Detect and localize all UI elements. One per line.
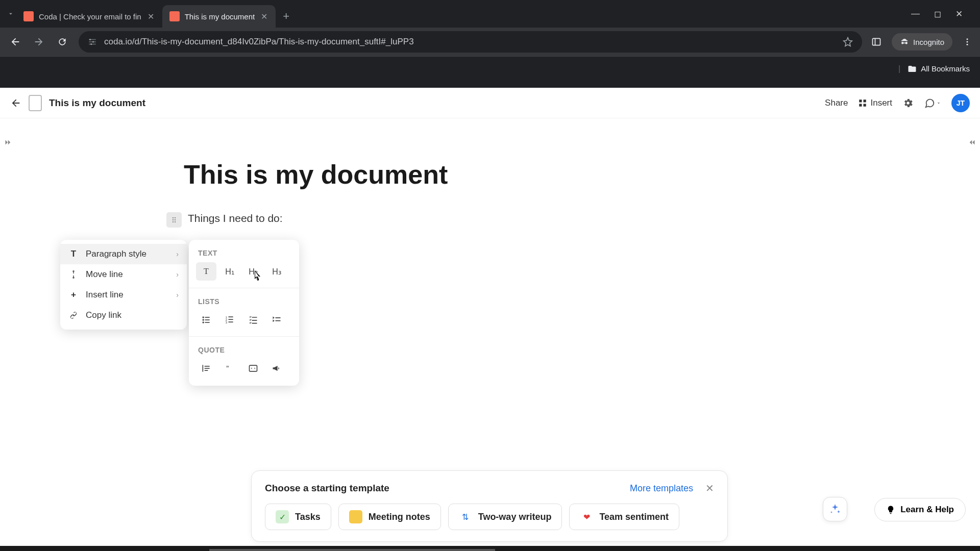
avatar[interactable]: JT: [951, 94, 970, 112]
page-title[interactable]: This is my document: [184, 159, 980, 190]
code-block-button[interactable]: [243, 359, 263, 378]
site-settings-icon[interactable]: [88, 37, 97, 46]
learn-help-button[interactable]: Learn & Help: [874, 498, 966, 521]
new-tab-button[interactable]: +: [276, 10, 297, 23]
comments-button[interactable]: [924, 97, 941, 109]
svg-rect-35: [250, 365, 257, 371]
check-list-button[interactable]: [243, 311, 263, 329]
section-text-label: TEXT: [189, 246, 299, 262]
toggle-list-button[interactable]: [266, 311, 287, 329]
url-bar[interactable]: coda.io/d/This-is-my-document_d84Iv0ZibP…: [79, 31, 862, 53]
reload-button[interactable]: [55, 35, 69, 49]
more-templates-link[interactable]: More templates: [630, 483, 693, 494]
template-option-icon: ✓: [276, 510, 289, 523]
template-option-icon: [349, 510, 362, 523]
move-icon: [68, 270, 79, 279]
style-h2-button[interactable]: H₂: [243, 262, 263, 281]
callout-button[interactable]: [266, 359, 287, 378]
menu-label: Move line: [86, 269, 169, 280]
all-bookmarks-button[interactable]: All Bookmarks: [908, 64, 970, 73]
insert-button[interactable]: Insert: [858, 98, 892, 108]
svg-rect-29: [229, 321, 233, 322]
url-text: coda.io/d/This-is-my-document_d84Iv0ZibP…: [104, 37, 836, 47]
forward-button[interactable]: [32, 35, 46, 49]
share-button[interactable]: Share: [825, 98, 848, 108]
template-option-label: Two-way writeup: [478, 512, 552, 522]
svg-point-12: [173, 217, 174, 218]
panel-icon[interactable]: [871, 37, 881, 47]
svg-rect-3: [873, 38, 880, 45]
doc-title[interactable]: This is my document: [49, 97, 145, 109]
template-option-3[interactable]: ❤Team sentiment: [569, 504, 679, 530]
svg-text:”: ”: [226, 364, 229, 372]
svg-point-1: [92, 41, 94, 43]
doc-icon[interactable]: [29, 95, 42, 111]
template-option-0[interactable]: ✓Tasks: [265, 504, 331, 530]
svg-point-0: [89, 39, 91, 40]
back-button[interactable]: [8, 35, 22, 49]
link-icon: [68, 311, 79, 319]
tab-2[interactable]: This is my document ✕: [162, 5, 276, 28]
menu-paragraph-style[interactable]: T Paragraph style ›: [60, 244, 187, 264]
star-icon[interactable]: [843, 37, 853, 47]
chevron-right-icon: ›: [176, 270, 179, 279]
template-option-label: Team sentiment: [599, 512, 669, 522]
content-line-1[interactable]: Things I need to do:: [188, 212, 980, 224]
all-bookmarks-label: All Bookmarks: [921, 64, 970, 73]
sparkle-icon: [829, 503, 841, 515]
window-controls: — ◻ ✕: [911, 9, 975, 19]
close-window-icon[interactable]: ✕: [955, 9, 963, 19]
pull-quote-button[interactable]: ”: [219, 359, 240, 378]
gear-icon: [902, 97, 914, 109]
style-h3-button[interactable]: H₃: [266, 262, 287, 281]
plus-icon: +: [68, 290, 79, 300]
chevron-down-icon: [936, 101, 941, 106]
svg-rect-32: [205, 368, 210, 369]
app-back-button[interactable]: [10, 97, 21, 109]
svg-point-20: [203, 319, 204, 320]
grid-icon: [858, 98, 867, 108]
tab-1[interactable]: Coda | Check your email to fin ✕: [16, 5, 162, 28]
svg-rect-19: [205, 317, 210, 318]
template-card-title: Choose a starting template: [265, 483, 389, 494]
menu-copy-link[interactable]: Copy link: [60, 305, 187, 325]
template-close-icon[interactable]: ✕: [705, 482, 714, 494]
template-chooser-card: Choose a starting template More template…: [251, 470, 728, 542]
svg-point-22: [203, 321, 204, 323]
tabs-dropdown[interactable]: [5, 10, 16, 17]
pull-quote-icon: ”: [225, 363, 235, 373]
svg-rect-11: [864, 104, 866, 106]
chevron-right-icon: ›: [176, 291, 179, 299]
minimize-icon[interactable]: —: [911, 9, 920, 19]
tab-1-close-icon[interactable]: ✕: [146, 11, 155, 22]
nav-right: Incognito: [871, 33, 972, 51]
block-quote-button[interactable]: [196, 359, 216, 378]
svg-rect-21: [205, 319, 210, 320]
ai-button[interactable]: [823, 497, 847, 521]
menu-move-line[interactable]: Move line ›: [60, 264, 187, 285]
incognito-chip[interactable]: Incognito: [892, 33, 952, 51]
section-quote-label: QUOTE: [189, 343, 299, 359]
paragraph-style-submenu: TEXT T H₁ H₂ H₃ LISTS 123 QUOTE ”: [189, 240, 299, 386]
menu-insert-line[interactable]: + Insert line ›: [60, 285, 187, 305]
svg-point-2: [90, 43, 92, 45]
kebab-menu-icon[interactable]: [963, 37, 972, 46]
numbered-list-button[interactable]: 123: [219, 311, 240, 329]
svg-rect-23: [205, 322, 210, 323]
settings-button[interactable]: [902, 97, 914, 109]
insert-label: Insert: [870, 98, 892, 108]
context-menu: T Paragraph style › Move line › + Insert…: [60, 240, 187, 330]
svg-point-7: [967, 44, 968, 45]
style-h1-button[interactable]: H₁: [219, 262, 240, 281]
tab-2-close-icon[interactable]: ✕: [260, 11, 268, 22]
taskbar-active-indicator: [209, 549, 495, 551]
bullet-list-button[interactable]: [196, 311, 216, 329]
block-quote-icon: [201, 363, 211, 373]
doc-area: This is my document Things I need to do:: [0, 118, 980, 224]
template-option-1[interactable]: Meeting notes: [338, 504, 441, 530]
style-paragraph-button[interactable]: T: [196, 262, 216, 281]
svg-rect-10: [860, 104, 862, 106]
template-option-2[interactable]: ⇅Two-way writeup: [448, 504, 562, 530]
line-drag-handle[interactable]: [166, 212, 182, 228]
maximize-icon[interactable]: ◻: [934, 9, 941, 19]
